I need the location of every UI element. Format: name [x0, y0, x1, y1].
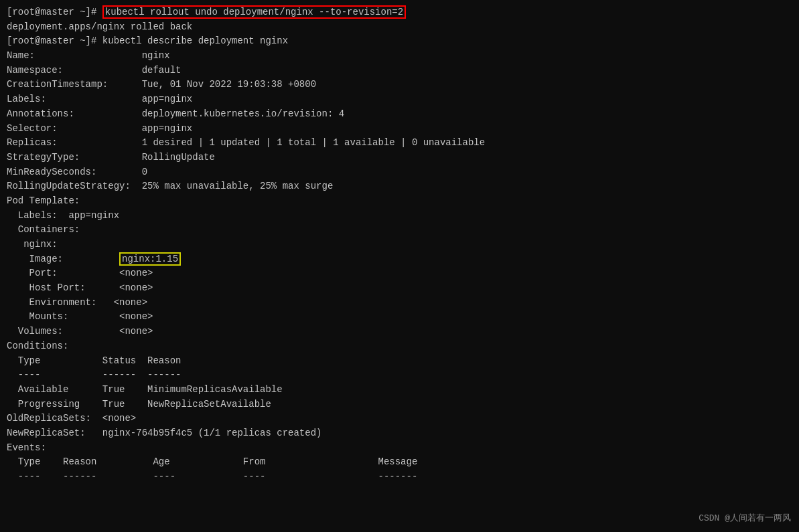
terminal-line-namespace: Namespace: default: [7, 64, 792, 78]
terminal-line-strategy: StrategyType: RollingUpdate: [7, 151, 792, 165]
terminal-line-podmeta: Labels: app=nginx: [7, 209, 792, 224]
terminal-line-image: Image: nginx:1.15: [7, 252, 792, 267]
prompt-1: [root@master ~]#: [7, 7, 102, 17]
terminal-line-conditions: Conditions:: [7, 339, 792, 354]
terminal-line-labels: Labels: app=nginx: [7, 92, 792, 107]
terminal-line-condheader: Type Status Reason: [7, 354, 792, 369]
terminal-line-cmd2: [root@master ~]# kubectl describe deploy…: [7, 34, 792, 49]
terminal-line-eventheader: Type Reason Age From Message: [7, 455, 792, 470]
terminal-line-eventdash: ---- ------ ---- ---- -------: [7, 470, 792, 484]
terminal-line-creation: CreationTimestamp: Tue, 01 Nov 2022 19:0…: [7, 78, 792, 92]
terminal-line-annotations: Annotations: deployment.kubernetes.io/re…: [7, 107, 792, 122]
terminal-line-containers: Containers:: [7, 223, 792, 238]
terminal-line-output1: deployment.apps/nginx rolled back: [7, 20, 792, 35]
terminal-line-rollingstrategy: RollingUpdateStrategy: 25% max unavailab…: [7, 179, 792, 194]
terminal-line-podtemplate: Pod Template:: [7, 194, 792, 209]
terminal-line-cmd1: [root@master ~]# kubectl rollout undo de…: [7, 5, 792, 20]
watermark: CSDN @人间若有一两风: [699, 512, 791, 524]
prompt-2: [root@master ~]# kubectl describe deploy…: [7, 35, 288, 46]
terminal-line-newreplicaset: NewReplicaSet: nginx-764b95f4c5 (1/1 rep…: [7, 426, 792, 441]
terminal-line-progressing: Progressing True NewReplicaSetAvailable: [7, 397, 792, 412]
terminal-line-hostport: Host Port: <none>: [7, 281, 792, 296]
terminal-line-selector: Selector: app=nginx: [7, 122, 792, 137]
terminal-line-conddash: ---- ------ ------: [7, 368, 792, 383]
terminal-line-events: Events:: [7, 441, 792, 456]
terminal-line-port: Port: <none>: [7, 266, 792, 281]
terminal-line-minready: MinReadySeconds: 0: [7, 165, 792, 180]
image-value-highlighted: nginx:1.15: [119, 252, 181, 266]
highlighted-command: kubectl rollout undo deployment/nginx --…: [102, 5, 406, 19]
terminal-line-replicas: Replicas: 1 desired | 1 updated | 1 tota…: [7, 136, 792, 151]
terminal-line-environment: Environment: <none>: [7, 296, 792, 311]
terminal-line-name: Name: nginx: [7, 49, 792, 64]
terminal-line-nginxcontainer: nginx:: [7, 238, 792, 252]
terminal-line-mounts: Mounts: <none>: [7, 310, 792, 325]
terminal-line-available: Available True MinimumReplicasAvailable: [7, 383, 792, 397]
terminal-line-volumes: Volumes: <none>: [7, 325, 792, 339]
terminal-line-oldreplicasets: OldReplicaSets: <none>: [7, 412, 792, 426]
terminal: [root@master ~]# kubectl rollout undo de…: [0, 0, 799, 532]
